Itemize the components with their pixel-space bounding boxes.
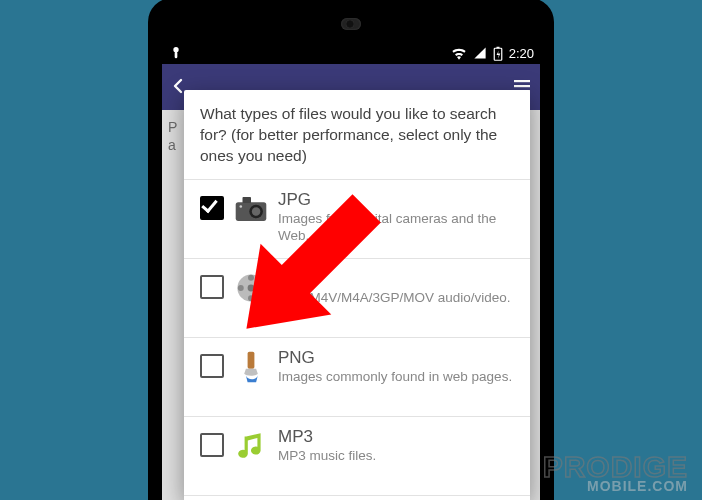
brush-icon bbox=[234, 350, 268, 384]
watermark: PRODIGE MOBILE.COM bbox=[543, 453, 688, 494]
file-type-list: JPG Images from digital cameras and the … bbox=[184, 179, 530, 500]
svg-point-14 bbox=[248, 275, 254, 281]
screen: 2:20 P a What types of files would you l… bbox=[162, 42, 540, 500]
watermark-line1: PRODIGE bbox=[543, 453, 688, 480]
file-type-title: MP3 bbox=[278, 427, 516, 447]
file-type-desc: Images commonly found in web pages. bbox=[278, 369, 516, 386]
svg-point-0 bbox=[173, 47, 178, 52]
file-type-title: MP4 bbox=[278, 269, 516, 289]
svg-point-10 bbox=[252, 207, 261, 216]
signal-icon bbox=[473, 46, 487, 60]
phone-frame: 2:20 P a What types of files would you l… bbox=[150, 0, 552, 500]
file-type-item-mp4[interactable]: MP4 MP4/M4V/M4A/3GP/MOV audio/video. bbox=[184, 258, 530, 337]
svg-point-11 bbox=[240, 205, 243, 208]
svg-point-15 bbox=[258, 285, 264, 291]
file-type-item-png[interactable]: PNG Images commonly found in web pages. bbox=[184, 337, 530, 416]
status-time: 2:20 bbox=[509, 46, 534, 61]
file-types-dialog: What types of files would you like to se… bbox=[184, 90, 530, 500]
file-type-title: JPG bbox=[278, 190, 516, 210]
checkbox-mp4[interactable] bbox=[200, 275, 224, 299]
checkbox-jpg[interactable] bbox=[200, 196, 224, 220]
svg-point-17 bbox=[238, 285, 244, 291]
os-logo-icon bbox=[168, 45, 184, 61]
svg-rect-4 bbox=[514, 80, 530, 82]
dialog-title: What types of files would you like to se… bbox=[184, 90, 530, 179]
status-bar: 2:20 bbox=[162, 42, 540, 64]
battery-icon bbox=[493, 46, 503, 61]
file-type-item-mp3[interactable]: MP3 MP3 music files. bbox=[184, 416, 530, 495]
camera-icon bbox=[234, 192, 268, 226]
music-icon bbox=[234, 429, 268, 463]
svg-rect-18 bbox=[248, 351, 255, 368]
svg-rect-1 bbox=[175, 52, 178, 59]
front-camera bbox=[341, 18, 361, 30]
watermark-line2: MOBILE.COM bbox=[543, 478, 688, 494]
film-icon bbox=[234, 271, 268, 305]
background-hint-text: P a bbox=[168, 118, 177, 154]
svg-rect-8 bbox=[243, 197, 252, 203]
file-type-desc: MP4/M4V/M4A/3GP/MOV audio/video. bbox=[278, 290, 516, 307]
checkbox-png[interactable] bbox=[200, 354, 224, 378]
file-type-desc: Images from digital cameras and the Web. bbox=[278, 211, 516, 245]
checkbox-mp3[interactable] bbox=[200, 433, 224, 457]
svg-point-13 bbox=[248, 284, 255, 291]
file-type-item-jpg[interactable]: JPG Images from digital cameras and the … bbox=[184, 179, 530, 258]
svg-point-16 bbox=[248, 295, 254, 301]
file-type-item-gif[interactable]: GIF Images commonly found in web pages. bbox=[184, 495, 530, 500]
wifi-icon bbox=[451, 46, 467, 60]
file-type-desc: MP3 music files. bbox=[278, 448, 516, 465]
file-type-title: PNG bbox=[278, 348, 516, 368]
svg-rect-3 bbox=[496, 46, 499, 48]
svg-rect-5 bbox=[514, 85, 530, 87]
